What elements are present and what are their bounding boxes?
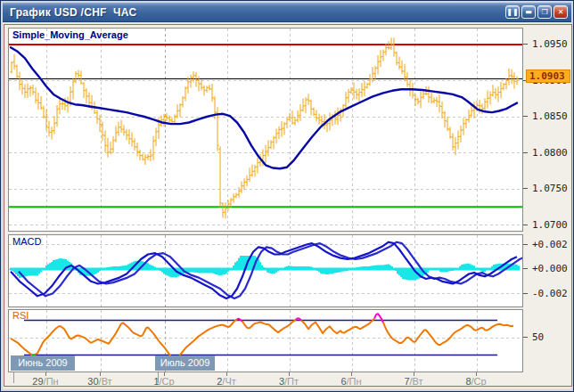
- price-tick-label: 1.0950: [532, 38, 568, 50]
- macd-indicator-label: MACD: [12, 236, 41, 247]
- axis-tick: [523, 337, 528, 338]
- price-tick-label: 1.0700: [532, 219, 568, 231]
- rsi-line: [180, 319, 237, 355]
- rsi-line: [11, 339, 32, 355]
- axis-tick: [523, 293, 528, 294]
- macd-tick-label: +0.000: [532, 263, 568, 274]
- title-bar[interactable]: График USD /CHF ЧАС ❚❚ ▬ ❒ ✕: [3, 3, 571, 22]
- rsi-line: [374, 314, 383, 323]
- macd-histogram: [11, 256, 519, 280]
- price-tick-label: 1.0850: [532, 110, 568, 122]
- current-price-tag: 1.0903: [526, 69, 570, 83]
- close-icon: ✕: [558, 8, 564, 16]
- month-badge-june: Июнь 2009: [11, 355, 75, 371]
- rsi-line: [383, 323, 513, 345]
- price-tick-label: 1.0750: [532, 183, 568, 194]
- day-label: 1/Ср: [153, 376, 174, 387]
- month-separator-tick: [13, 372, 14, 383]
- pause-button[interactable]: ❚❚: [505, 5, 520, 19]
- ohlc-bars: [10, 37, 518, 218]
- date-axis: 29/Пн30/Вт1/Ср2/Чт3/Пт6/Пн7/Вт8/Ср: [8, 372, 523, 387]
- day-label: 7/Вт: [404, 376, 422, 387]
- axis-tick: [523, 225, 528, 225]
- macd-chart-panel[interactable]: MACD: [8, 234, 523, 307]
- close-button[interactable]: ✕: [554, 5, 568, 19]
- pause-icon: ❚❚: [506, 8, 518, 16]
- price-chart-panel[interactable]: Simple_Moving_Average: [8, 28, 523, 232]
- day-label: 3/Пт: [279, 376, 299, 387]
- axis-tick: [523, 152, 528, 153]
- day-label: 8/Ср: [465, 376, 486, 387]
- axis-tick: [523, 44, 528, 45]
- rsi-chart-panel[interactable]: RSI: [8, 309, 523, 372]
- sma-indicator-label: Simple_Moving_Average: [12, 29, 128, 40]
- minimize-icon: ▬: [525, 8, 532, 16]
- window-title: График USD /CHF ЧАС: [3, 6, 136, 19]
- day-label: 6/Пн: [340, 376, 361, 387]
- month-separator-tick: [158, 372, 159, 383]
- day-label: 29/Пн: [32, 376, 58, 387]
- rsi-line: [242, 320, 296, 333]
- rsi-line: [36, 323, 171, 356]
- chart-window: График USD /CHF ЧАС ❚❚ ▬ ❒ ✕ Simple_Movi…: [0, 0, 574, 392]
- axis-tick: [523, 116, 528, 117]
- macd-tick-label: -0.002: [532, 288, 568, 299]
- minimize-button[interactable]: ▬: [521, 5, 536, 19]
- rsi-indicator-label: RSI: [12, 310, 29, 321]
- maximize-icon: ❒: [541, 8, 547, 16]
- chart-client-area: Simple_Moving_Average MACD RSI Июнь 2009…: [4, 24, 572, 387]
- axis-tick: [523, 268, 528, 269]
- day-label: 2/Чт: [217, 376, 236, 387]
- axis-tick: [523, 244, 528, 245]
- day-label: 30/Вт: [87, 376, 111, 387]
- window-controls: ❚❚ ▬ ❒ ✕: [505, 5, 568, 19]
- sma-line: [11, 47, 517, 168]
- price-tick-label: 1.0800: [532, 147, 568, 159]
- rsi-tick-label: 50: [532, 331, 544, 343]
- maximize-button[interactable]: ❒: [537, 5, 552, 19]
- axis-tick: [523, 188, 528, 189]
- month-badge-july: Июль 2009: [155, 355, 215, 371]
- macd-tick-label: +0.002: [532, 239, 568, 250]
